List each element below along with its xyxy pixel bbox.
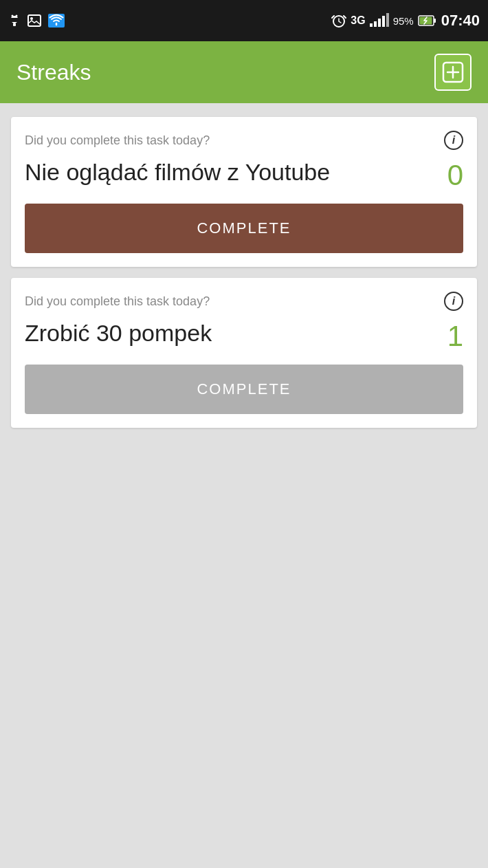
task-1-name: Nie oglądać filmów z Youtube	[25, 158, 439, 186]
svg-point-4	[30, 17, 33, 20]
task-card-2: Did you complete this task today? i Zrob…	[11, 278, 477, 428]
task-card-1: Did you complete this task today? i Nie …	[11, 117, 477, 267]
wifi-icon	[48, 14, 65, 28]
app-title: Streaks	[16, 60, 91, 85]
task-2-info-button[interactable]: i	[444, 292, 463, 311]
svg-point-0	[12, 15, 14, 17]
task-2-name: Zrobić 30 pompek	[25, 319, 439, 347]
svg-rect-2	[13, 23, 16, 26]
add-task-button[interactable]	[434, 54, 472, 91]
task-2-question: Did you complete this task today?	[25, 294, 210, 309]
task-1-complete-button[interactable]: COMPLETE	[25, 204, 463, 253]
task-card-1-header: Did you complete this task today? i	[25, 131, 463, 150]
alarm-icon	[331, 13, 346, 28]
image-icon	[27, 14, 41, 27]
task-2-name-row: Zrobić 30 pompek 1	[25, 319, 463, 351]
task-1-question: Did you complete this task today?	[25, 133, 210, 148]
task-1-streak: 0	[447, 158, 463, 190]
task-1-name-row: Nie oglądać filmów z Youtube 0	[25, 158, 463, 190]
status-bar-right: 3G 95% 07:40	[331, 12, 480, 30]
svg-rect-8	[434, 19, 436, 23]
signal-bars	[370, 14, 389, 27]
task-2-complete-button[interactable]: COMPLETE	[25, 365, 463, 414]
usb-icon	[8, 13, 21, 28]
task-list: Did you complete this task today? i Nie …	[0, 103, 488, 442]
status-bar: 3G 95% 07:40	[0, 0, 488, 41]
status-time: 07:40	[441, 12, 480, 30]
battery-percentage: 95%	[393, 15, 414, 27]
svg-rect-3	[28, 15, 41, 26]
status-bar-left	[8, 13, 65, 28]
add-icon	[442, 61, 464, 83]
svg-point-1	[16, 15, 18, 17]
task-card-2-header: Did you complete this task today? i	[25, 292, 463, 311]
network-type: 3G	[351, 14, 365, 27]
battery-icon	[418, 14, 437, 27]
task-2-streak: 1	[447, 319, 463, 351]
task-1-info-button[interactable]: i	[444, 131, 463, 150]
app-bar: Streaks	[0, 41, 488, 103]
